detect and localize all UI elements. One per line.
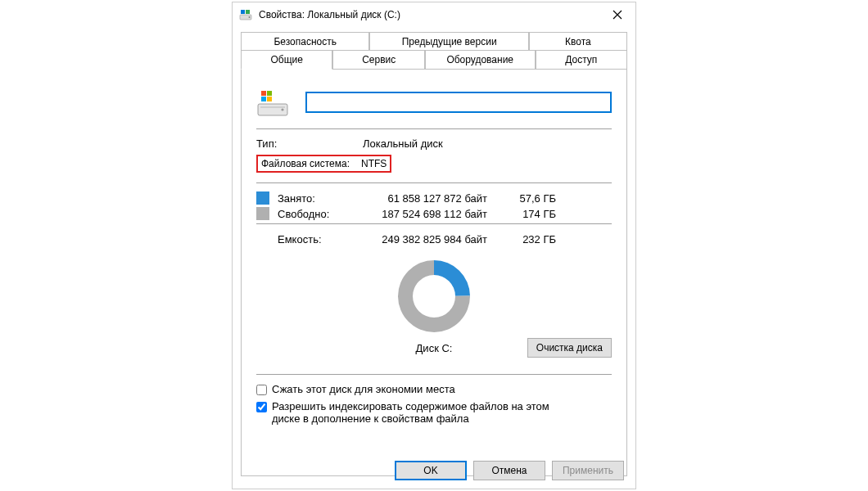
svg-rect-9 — [261, 97, 266, 101]
filesystem-highlight: Файловая система: NTFS — [256, 155, 391, 173]
compress-checkbox-row[interactable]: Сжать этот диск для экономии места — [256, 383, 612, 395]
compress-checkbox[interactable] — [256, 385, 267, 395]
drive-icon — [256, 86, 289, 119]
disk-cleanup-button[interactable]: Очистка диска — [527, 338, 612, 358]
svg-rect-10 — [267, 97, 272, 101]
capacity-label: Емкость: — [278, 233, 359, 246]
tab-security[interactable]: Безопасность — [241, 32, 369, 51]
type-label: Тип: — [256, 137, 363, 150]
divider — [256, 128, 612, 129]
svg-rect-1 — [241, 10, 245, 14]
used-bytes: 61 858 127 872 байт — [359, 192, 507, 205]
svg-point-3 — [249, 16, 251, 18]
index-checkbox[interactable] — [256, 402, 267, 412]
usage-donut — [256, 255, 612, 337]
index-label: Разрешить индексировать содержимое файло… — [272, 400, 567, 425]
svg-rect-7 — [261, 91, 266, 96]
tab-panel-general: Тип: Локальный диск Файловая система: NT… — [241, 69, 627, 476]
drive-name-input[interactable] — [305, 92, 612, 113]
index-checkbox-row[interactable]: Разрешить индексировать содержимое файло… — [256, 400, 612, 425]
ok-button[interactable]: OK — [395, 461, 467, 480]
divider — [256, 223, 612, 224]
free-bytes: 187 524 698 112 байт — [359, 208, 507, 220]
free-swatch — [256, 207, 269, 220]
drive-icon-small — [239, 8, 252, 21]
tab-hardware[interactable]: Оборудование — [425, 50, 536, 70]
capacity-bytes: 249 382 825 984 байт — [359, 233, 507, 246]
svg-point-6 — [281, 108, 283, 110]
used-size: 57,6 ГБ — [507, 192, 556, 205]
type-value: Локальный диск — [363, 137, 612, 150]
free-row: Свободно: 187 524 698 112 байт 174 ГБ — [256, 207, 612, 220]
filesystem-value: NTFS — [361, 158, 387, 169]
capacity-size: 232 ГБ — [507, 233, 556, 246]
filesystem-label: Файловая система: — [261, 158, 361, 169]
tab-strip: Безопасность Предыдущие версии Квота Общ… — [233, 27, 635, 70]
titlebar: Свойства: Локальный диск (C:) — [233, 2, 635, 27]
free-size: 174 ГБ — [507, 208, 556, 220]
svg-rect-8 — [267, 91, 272, 96]
tab-tools[interactable]: Сервис — [332, 50, 424, 70]
divider — [256, 182, 612, 183]
window-title: Свойства: Локальный диск (C:) — [259, 9, 601, 20]
tab-quota[interactable]: Квота — [529, 32, 627, 51]
type-row: Тип: Локальный диск — [256, 137, 612, 150]
svg-rect-5 — [260, 106, 285, 108]
used-swatch — [256, 191, 269, 205]
cancel-button[interactable]: Отмена — [473, 461, 545, 480]
close-button[interactable] — [601, 3, 634, 26]
svg-rect-2 — [246, 10, 250, 14]
spacer — [256, 232, 269, 246]
tab-general[interactable]: Общие — [241, 50, 332, 70]
free-label: Свободно: — [278, 208, 359, 220]
dialog-footer: OK Отмена Применить — [233, 453, 635, 489]
tab-sharing[interactable]: Доступ — [536, 50, 627, 70]
divider — [256, 374, 612, 375]
used-row: Занято: 61 858 127 872 байт 57,6 ГБ — [256, 191, 612, 205]
properties-dialog: Свойства: Локальный диск (C:) Безопаснос… — [232, 2, 636, 489]
compress-label: Сжать этот диск для экономии места — [272, 383, 455, 395]
capacity-row: Емкость: 249 382 825 984 байт 232 ГБ — [256, 232, 612, 246]
apply-button[interactable]: Применить — [552, 461, 624, 480]
tab-previous-versions[interactable]: Предыдущие версии — [369, 32, 529, 51]
used-label: Занято: — [278, 192, 359, 205]
